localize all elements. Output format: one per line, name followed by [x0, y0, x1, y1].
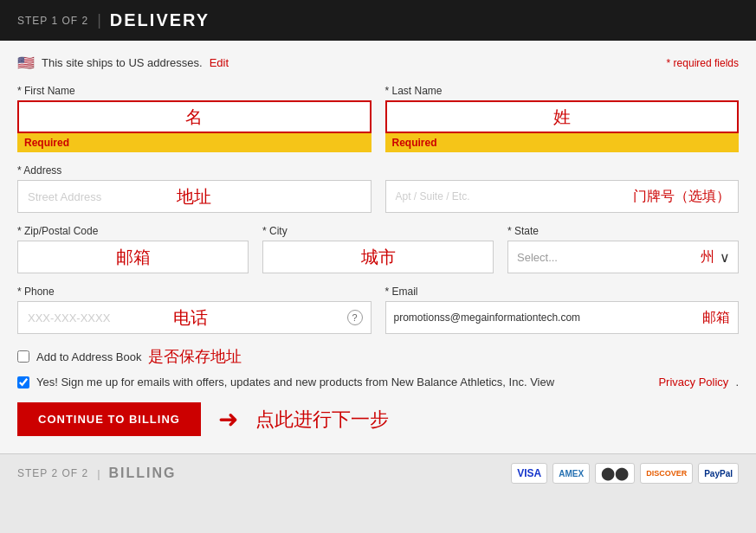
first-name-input[interactable] [17, 100, 372, 133]
zip-input-wrapper: 邮箱 [17, 241, 249, 273]
state-group: * State Select... AL CA NY 州 ∨ [507, 225, 739, 273]
continue-row: CONTINUE TO BILLING ➜ 点此进行下一步 [17, 402, 739, 436]
mastercard-icon: ⬤⬤ [595, 463, 635, 484]
address-book-cn: 是否保存地址 [148, 346, 242, 367]
email-label: * Email [385, 286, 740, 298]
zip-input[interactable] [17, 241, 249, 273]
address-book-label: Add to Address Book [36, 350, 141, 363]
visa-icon: VISA [511, 463, 547, 484]
zip-group: * Zip/Postal Code 邮箱 [17, 225, 249, 273]
last-name-input[interactable] [385, 100, 740, 133]
last-name-group: * Last Name 姓 Required [385, 85, 740, 152]
edit-link[interactable]: Edit [210, 56, 229, 69]
step1-label: STEP 1 OF 2 [17, 15, 88, 27]
address-label: * Address [17, 164, 372, 177]
step2-header-row: STEP 2 OF 2 | BILLING [17, 466, 177, 481]
first-name-label: * First Name [17, 85, 372, 97]
apt-input-wrapper: Apt / Suite / Etc. 门牌号（选填） [385, 180, 740, 213]
state-select-wrapper: Select... AL CA NY 州 ∨ [507, 241, 739, 273]
first-name-input-wrapper: 名 [17, 100, 372, 133]
step2-label: STEP 2 OF 2 [17, 467, 88, 479]
ships-text: This site ships to US addresses. [42, 56, 203, 69]
phone-help-icon[interactable]: ? [347, 310, 363, 325]
email-signup-label: Yes! Sign me up for emails with offers, … [36, 376, 651, 389]
ships-bar-left: 🇺🇸 This site ships to US addresses. Edit [17, 55, 229, 71]
zip-city-state-row: * Zip/Postal Code 邮箱 * City 城市 * State S… [17, 225, 739, 273]
phone-label: * Phone [17, 286, 372, 298]
address-row: * Address Street Address 地址 Apt / Suite … [17, 164, 739, 213]
us-flag-icon: 🇺🇸 [17, 55, 35, 71]
step1-divider: | [97, 11, 101, 29]
last-name-label: * Last Name [385, 85, 740, 97]
phone-group: * Phone XXX-XXX-XXXX 电话 ? [17, 286, 372, 334]
discover-icon: DISCOVER [640, 463, 693, 484]
address-book-checkbox[interactable] [17, 350, 29, 363]
email-group: * Email promotionss@megainformationtech.… [385, 286, 740, 334]
step2-title: BILLING [109, 466, 177, 481]
zip-label: * Zip/Postal Code [17, 225, 249, 237]
first-name-group: * First Name 名 Required [17, 85, 372, 152]
first-name-error: Required [17, 133, 372, 152]
email-signup-row: Yes! Sign me up for emails with offers, … [17, 376, 739, 389]
phone-input[interactable] [17, 301, 372, 334]
arrow-right-icon: ➜ [218, 408, 238, 432]
page-wrapper: STEP 1 OF 2 | DELIVERY 🇺🇸 This site ship… [0, 0, 756, 533]
state-select[interactable]: Select... AL CA NY [507, 241, 739, 273]
step1-title: DELIVERY [110, 10, 210, 30]
last-name-error: Required [385, 133, 740, 152]
continue-cn: 点此进行下一步 [255, 407, 389, 433]
address-input[interactable] [17, 180, 372, 213]
main-content: 🇺🇸 This site ships to US addresses. Edit… [0, 41, 756, 453]
email-signup-checkbox[interactable] [17, 376, 29, 389]
address-input-wrapper: Street Address 地址 [17, 180, 372, 213]
step2-divider: | [97, 467, 100, 480]
apt-input[interactable] [385, 180, 740, 213]
city-input[interactable] [262, 241, 494, 273]
name-row: * First Name 名 Required * Last Name 姓 Re… [17, 85, 739, 152]
email-input-wrapper: promotionss@megainformationtech.com 邮箱 [385, 301, 740, 334]
phone-input-wrapper: XXX-XXX-XXXX 电话 ? [17, 301, 372, 334]
address-group: * Address Street Address 地址 [17, 164, 372, 213]
amex-icon: AMEX [552, 463, 590, 484]
ships-bar: 🇺🇸 This site ships to US addresses. Edit… [17, 55, 739, 71]
city-input-wrapper: 城市 [262, 241, 494, 273]
city-group: * City 城市 [262, 225, 494, 273]
step1-header: STEP 1 OF 2 | DELIVERY [0, 0, 756, 41]
step2-footer: STEP 2 OF 2 | BILLING VISA AMEX ⬤⬤ DISCO… [0, 453, 756, 492]
address-book-row: Add to Address Book 是否保存地址 [17, 346, 739, 367]
state-label: * State [507, 225, 739, 237]
required-note: * required fields [667, 57, 739, 69]
city-label: * City [262, 225, 494, 237]
continue-button[interactable]: CONTINUE TO BILLING [17, 402, 201, 436]
last-name-input-wrapper: 姓 [385, 100, 740, 133]
email-input[interactable] [385, 301, 740, 334]
apt-group: Apt / Suite / Etc. 门牌号（选填） [385, 164, 740, 213]
paypal-icon: PayPal [698, 463, 739, 484]
period: . [735, 376, 739, 389]
payment-icons: VISA AMEX ⬤⬤ DISCOVER PayPal [511, 463, 739, 484]
apt-label [385, 164, 740, 177]
phone-email-row: * Phone XXX-XXX-XXXX 电话 ? * Email promot… [17, 286, 739, 334]
privacy-policy-link[interactable]: Privacy Policy [658, 376, 728, 389]
